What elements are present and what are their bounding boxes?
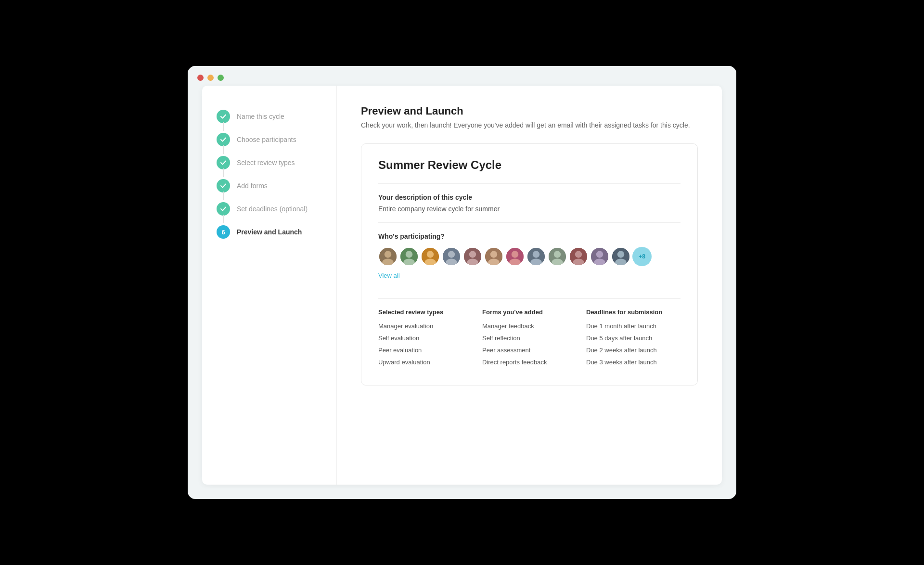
divider-3 (378, 298, 680, 299)
avatar-1 (378, 247, 398, 266)
review-type-2: Self evaluation (378, 334, 473, 342)
svg-point-4 (406, 251, 412, 257)
close-dot[interactable] (197, 75, 204, 81)
step-5-label: Set deadlines (optional) (237, 205, 308, 213)
divider-2 (378, 222, 680, 223)
svg-point-8 (424, 259, 436, 267)
svg-point-26 (552, 259, 563, 267)
avatar-11 (590, 247, 609, 266)
avatar-12 (611, 247, 630, 266)
svg-point-11 (446, 259, 457, 267)
step-4-icon (217, 179, 230, 193)
avatars-row: +8 (378, 247, 680, 266)
form-3: Peer assessment (482, 347, 577, 354)
svg-point-29 (573, 259, 584, 267)
svg-point-32 (594, 259, 605, 267)
form-1: Manager feedback (482, 322, 577, 330)
step-name-cycle[interactable]: Name this cycle (217, 105, 322, 128)
deadline-3: Due 2 weeks after launch (586, 347, 680, 354)
svg-point-25 (554, 251, 561, 257)
deadline-2: Due 5 days after launch (586, 334, 680, 342)
step-4-label: Add forms (237, 182, 268, 190)
step-add-forms[interactable]: Add forms (217, 174, 322, 197)
app-window: Name this cycle Choose participants Sele… (188, 66, 736, 499)
review-type-4: Upward evaluation (378, 359, 473, 366)
step-6-label: Preview and Launch (237, 228, 302, 236)
step-6-icon: 6 (217, 225, 230, 239)
page-subtitle: Check your work, then launch! Everyone y… (361, 121, 698, 129)
avatar-6 (484, 247, 503, 266)
avatar-10 (569, 247, 588, 266)
avatar-3 (421, 247, 440, 266)
deadline-1: Due 1 month after launch (586, 322, 680, 330)
svg-point-1 (385, 251, 391, 257)
step-2-label: Choose participants (237, 136, 296, 143)
svg-point-22 (533, 251, 539, 257)
forms-title: Forms you've added (482, 308, 577, 316)
fullscreen-dot[interactable] (218, 75, 224, 81)
avatar-7 (505, 247, 525, 266)
step-1-icon (217, 110, 230, 123)
description-label: Your description of this cycle (378, 193, 680, 201)
main-area: Name this cycle Choose participants Sele… (202, 86, 722, 485)
minimize-dot[interactable] (207, 75, 214, 81)
divider-1 (378, 183, 680, 184)
svg-point-20 (509, 259, 520, 267)
svg-point-17 (488, 259, 499, 267)
svg-point-23 (530, 259, 541, 267)
step-preview-launch[interactable]: 6 Preview and Launch (217, 220, 322, 244)
svg-point-35 (615, 259, 626, 267)
svg-point-28 (575, 251, 582, 257)
step-5-icon (217, 202, 230, 216)
review-grid: Selected review types Manager evaluation… (378, 308, 680, 371)
step-2-icon (217, 133, 230, 146)
forms-column: Forms you've added Manager feedback Self… (482, 308, 577, 371)
step-set-deadlines[interactable]: Set deadlines (optional) (217, 197, 322, 220)
page-title: Preview and Launch (361, 105, 698, 117)
svg-point-31 (596, 251, 603, 257)
review-types-column: Selected review types Manager evaluation… (378, 308, 473, 371)
svg-point-14 (467, 259, 478, 267)
form-4: Direct reports feedback (482, 359, 577, 366)
titlebar (188, 66, 736, 86)
svg-point-2 (382, 259, 393, 267)
svg-point-16 (490, 251, 497, 257)
avatar-more-count: +8 (632, 247, 652, 266)
avatar-5 (463, 247, 482, 266)
deadline-4: Due 3 weeks after launch (586, 359, 680, 366)
svg-point-13 (469, 251, 476, 257)
svg-point-19 (512, 251, 518, 257)
sidebar: Name this cycle Choose participants Sele… (202, 86, 337, 485)
avatar-2 (399, 247, 419, 266)
review-type-3: Peer evaluation (378, 347, 473, 354)
avatar-8 (526, 247, 546, 266)
deadlines-title: Deadlines for submission (586, 308, 680, 316)
content-area: Preview and Launch Check your work, then… (337, 86, 722, 485)
step-3-label: Select review types (237, 159, 295, 167)
avatar-9 (548, 247, 567, 266)
svg-point-7 (427, 251, 434, 257)
form-2: Self reflection (482, 334, 577, 342)
description-text: Entire company review cycle for summer (378, 205, 680, 213)
avatar-4 (442, 247, 461, 266)
review-types-title: Selected review types (378, 308, 473, 316)
svg-point-10 (448, 251, 455, 257)
review-type-1: Manager evaluation (378, 322, 473, 330)
preview-card: Summer Review Cycle Your description of … (361, 143, 698, 385)
step-3-icon (217, 156, 230, 169)
cycle-name: Summer Review Cycle (378, 158, 680, 172)
participating-label: Who's participating? (378, 232, 680, 240)
step-choose-participants[interactable]: Choose participants (217, 128, 322, 151)
svg-point-5 (403, 259, 414, 267)
view-all-link[interactable]: View all (378, 272, 400, 279)
deadlines-column: Deadlines for submission Due 1 month aft… (586, 308, 680, 371)
step-select-review-types[interactable]: Select review types (217, 151, 322, 174)
svg-point-34 (617, 251, 624, 257)
step-1-label: Name this cycle (237, 113, 284, 120)
